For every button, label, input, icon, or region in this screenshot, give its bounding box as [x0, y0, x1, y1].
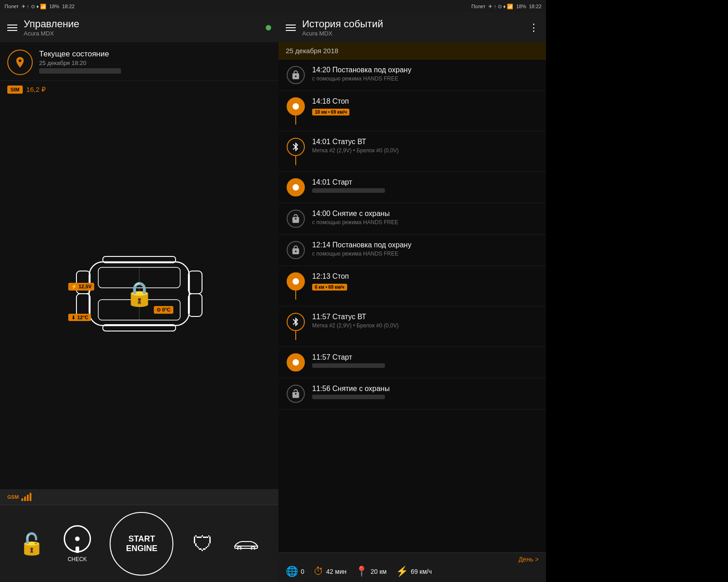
location-date: 25 декабря 18:20: [39, 60, 121, 66]
hamburger-line: [7, 27, 17, 28]
hamburger-line: [286, 30, 296, 31]
event-subtitle: Метка #2 (2,9V) • Брелок #0 (0,0V): [312, 147, 539, 154]
gsm-bar: GSM: [0, 489, 278, 505]
signal-bar-2: [24, 497, 26, 501]
car-remote-icon: [233, 533, 260, 554]
event-body: 11:56 Снятие с охраны: [312, 385, 539, 399]
check-button[interactable]: CHECK: [64, 525, 91, 562]
check-handle: [76, 547, 79, 553]
shield-icon: 🛡: [192, 532, 213, 556]
event-lock-open-icon: [287, 385, 305, 403]
stat-value: 69 км/ч: [411, 568, 432, 575]
start-engine-button[interactable]: START ENGINE: [110, 512, 173, 576]
event-item[interactable]: 14:20 Постановка под охрану с помощью ре…: [278, 60, 546, 91]
left-panel: Управление Acura MDX Текущее состояние 2…: [0, 13, 278, 582]
event-title: 14:01 Старт: [312, 178, 539, 186]
event-title: 12:13 Стоп: [312, 272, 539, 281]
event-lock-open-icon: [287, 210, 305, 228]
more-options-icon[interactable]: ⋮: [529, 22, 539, 34]
left-header: Управление Acura MDX: [0, 13, 278, 42]
event-dot-icon: [287, 353, 305, 371]
hamburger-line: [7, 30, 17, 31]
events-list: 14:20 Постановка под охрану с помощью ре…: [278, 60, 546, 552]
event-lock-closed-icon: [287, 241, 305, 259]
event-icon-col: [286, 241, 306, 259]
event-blur: [312, 395, 385, 399]
right-header: История событий Acura MDX ⋮: [278, 13, 546, 42]
event-item[interactable]: 11:57 Старт: [278, 347, 546, 378]
event-icon-col: [286, 385, 306, 403]
status-bar-left: Полет ✈ ↑ ⊙ ♦ 📶 18% 18:22: [0, 0, 273, 13]
event-icon-col: [286, 178, 306, 196]
event-title: 11:57 Статус ВТ: [312, 313, 539, 321]
event-item[interactable]: 11:56 Снятие с охраны: [278, 378, 546, 410]
status-bar-right: Полет ✈ ↑ ⊙ ♦ 📶 18% 18:22: [273, 0, 546, 13]
hamburger-menu-left[interactable]: [7, 25, 17, 31]
event-bluetooth-icon: [287, 138, 305, 156]
car-lock-icon: 🔒: [125, 280, 154, 308]
location-icon-wrap: [7, 50, 33, 75]
event-item[interactable]: 14:00 Снятие с охраны с помощью режима H…: [278, 203, 546, 235]
stat-icon: ⏱: [313, 566, 324, 577]
day-link[interactable]: День >: [286, 556, 539, 563]
event-icon-col: [286, 353, 306, 371]
svg-rect-8: [188, 294, 202, 316]
location-pin-icon: [14, 56, 26, 69]
event-dot-icon: [287, 97, 305, 115]
hamburger-line: [286, 25, 296, 25]
bottom-controls: 🔓 CHECK START ENGINE 🛡: [0, 505, 278, 582]
left-panel-subtitle: Acura MDX: [24, 30, 259, 37]
event-item[interactable]: 11:57 Статус ВТ Метка #2 (2,9V) • Брелок…: [278, 306, 546, 347]
stat-item: 🌐 0: [286, 566, 304, 577]
event-item[interactable]: 14:01 Старт: [278, 172, 546, 203]
event-blur: [312, 363, 385, 368]
car-remote-button[interactable]: [233, 533, 260, 554]
event-icon-col: [286, 97, 306, 125]
stat-value: 20 км: [370, 568, 386, 575]
status-time-left: 18:22: [62, 4, 75, 9]
stat-value: 0: [301, 568, 304, 575]
main-content: Управление Acura MDX Текущее состояние 2…: [0, 13, 546, 582]
unlock-button[interactable]: 🔓: [19, 532, 45, 556]
event-title: 11:56 Снятие с охраны: [312, 385, 539, 393]
location-section: Текущее состояние 25 декабря 18:20: [0, 42, 278, 81]
status-icons-left: ✈ ↑ ⊙ ♦ 📶: [21, 4, 46, 10]
stats-row: 🌐 0 ⏱ 42 мин 📍 20 км ⚡ 69 км/ч: [286, 566, 539, 577]
shield-button[interactable]: 🛡: [192, 532, 213, 556]
status-network-left: Полет: [5, 4, 19, 9]
event-icon-col: [286, 210, 306, 228]
event-subtitle: Метка #2 (2,9V) • Брелок #0 (0,0V): [312, 322, 539, 329]
trip-badge: 6 км • 69 км/ч: [312, 284, 347, 291]
zero-temp-badge: ⊙ 0°C: [154, 306, 173, 314]
right-panel-subtitle: Acura MDX: [302, 30, 522, 37]
event-title: 14:01 Статус ВТ: [312, 138, 539, 146]
status-icons-right: ✈ ↑ ⊙ ♦ 📶: [488, 4, 513, 10]
timeline-line: [295, 156, 296, 165]
event-bluetooth-icon: [287, 313, 305, 331]
event-body: 11:57 Статус ВТ Метка #2 (2,9V) • Брелок…: [312, 313, 539, 329]
svg-rect-7: [188, 271, 202, 294]
event-item[interactable]: 12:13 Стоп 6 км • 69 км/ч: [278, 266, 546, 306]
event-item[interactable]: 14:01 Статус ВТ Метка #2 (2,9V) • Брелок…: [278, 131, 546, 172]
event-item[interactable]: 12:14 Постановка под охрану с помощью ре…: [278, 235, 546, 266]
online-indicator: [266, 25, 271, 30]
event-icon-col: [286, 272, 306, 300]
left-panel-title: Управление: [24, 18, 259, 30]
event-item[interactable]: 14:18 Стоп 10 км • 69 км/ч: [278, 91, 546, 131]
event-body: 14:01 Статус ВТ Метка #2 (2,9V) • Брелок…: [312, 138, 539, 154]
bottom-stats-wrap: День > 🌐 0 ⏱ 42 мин 📍 20 км ⚡ 69 км/ч: [278, 552, 546, 582]
temp-badge: 🌡 12°C: [68, 314, 91, 321]
unlock-icon: 🔓: [19, 532, 45, 556]
hamburger-menu-right[interactable]: [286, 25, 296, 31]
stat-value: 42 мин: [326, 568, 347, 575]
stat-icon: 📍: [355, 566, 368, 577]
sim-section: SIM 16,2 ₽: [0, 81, 278, 98]
location-title: Текущее состояние: [39, 50, 121, 59]
signal-bar-3: [27, 495, 29, 501]
event-subtitle: с помощью режима HANDS FREE: [312, 219, 539, 226]
check-circle: [64, 525, 91, 552]
hamburger-line: [286, 27, 296, 28]
event-icon-col: [286, 313, 306, 340]
event-icon-col: [286, 138, 306, 165]
car-silhouette-icon: [233, 536, 260, 550]
